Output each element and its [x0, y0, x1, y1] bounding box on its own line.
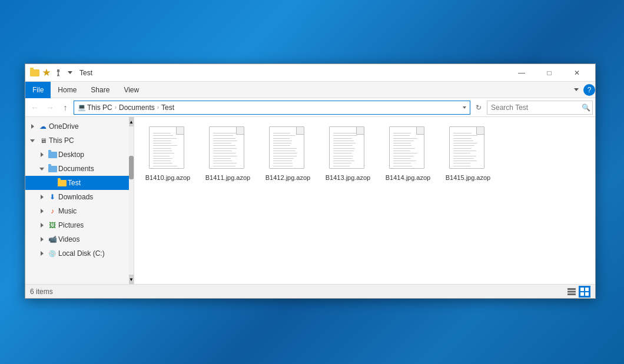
onedrive-expand-icon[interactable]	[28, 122, 37, 131]
refresh-button[interactable]: ↻	[472, 101, 486, 115]
maximize-button[interactable]: □	[536, 64, 563, 82]
test-folder-icon	[57, 178, 67, 188]
title-bar-icons	[30, 69, 75, 77]
local-disk-expand-icon[interactable]	[37, 249, 47, 258]
address-bar: ← → ↑ 💻 This PC › Documents › Test ↻ 🔍	[25, 98, 595, 117]
file-name: B1410.jpg.azop	[145, 173, 190, 182]
file-item[interactable]: B1410.jpg.azop	[141, 124, 194, 184]
path-test-label: Test	[161, 103, 174, 112]
sidebar-item-pictures[interactable]: 🖼 Pictures	[25, 218, 134, 232]
search-box[interactable]: 🔍	[487, 101, 593, 115]
up-button[interactable]: ↑	[58, 101, 72, 115]
details-view-button[interactable]	[566, 286, 577, 298]
videos-icon: 📹	[48, 235, 57, 244]
scroll-thumb[interactable]	[129, 156, 134, 179]
share-menu[interactable]: Share	[84, 82, 117, 98]
desktop-expand-icon[interactable]	[37, 150, 47, 159]
menu-bar: File Home Share View ?	[25, 82, 595, 98]
close-button[interactable]: ✕	[563, 64, 590, 82]
main-area: ▲ ▼ ☁ OneDrive 🖥 This PC	[25, 117, 595, 284]
home-menu[interactable]: Home	[51, 82, 84, 98]
sidebar-documents-label: Documents	[58, 165, 94, 173]
local-disk-icon: 💿	[48, 249, 57, 258]
sidebar-onedrive-label: OneDrive	[49, 122, 79, 131]
sidebar-item-music[interactable]: ♪ Music	[25, 204, 134, 218]
file-name: B1413.jpg.azop	[326, 173, 370, 182]
sidebar-item-this-pc[interactable]: 🖥 This PC	[25, 133, 134, 148]
file-thumb	[149, 126, 187, 171]
svg-rect-5	[580, 292, 584, 296]
title-bar: Test — □ ✕	[25, 64, 595, 82]
pictures-expand-icon[interactable]	[37, 221, 47, 230]
file-item[interactable]: B1412.jpg.azop	[261, 124, 314, 184]
search-input[interactable]	[491, 103, 579, 112]
test-expand-icon[interactable]	[47, 178, 56, 188]
documents-expand-icon[interactable]	[37, 164, 47, 173]
path-this-pc-label: This PC	[87, 103, 112, 112]
help-button[interactable]: ?	[583, 84, 595, 96]
path-sep-2: ›	[157, 104, 159, 111]
forward-button[interactable]: →	[43, 101, 57, 115]
file-thumb	[329, 126, 367, 171]
title-dropdown-arrow[interactable]	[65, 69, 75, 77]
file-name: B1411.jpg.azop	[205, 173, 250, 182]
view-menu[interactable]: View	[117, 82, 146, 98]
sidebar-item-downloads[interactable]: ⬇ Downloads	[25, 190, 134, 204]
file-thumb	[389, 126, 427, 171]
music-icon: ♪	[48, 206, 57, 216]
file-thumb	[209, 126, 247, 171]
svg-rect-6	[585, 292, 589, 296]
explorer-window: Test — □ ✕ File Home Share View ? ← → ↑ …	[25, 64, 596, 299]
item-count: 6 items	[30, 288, 53, 296]
sidebar-scrollbar[interactable]: ▲ ▼	[129, 117, 134, 284]
sidebar-pictures-label: Pictures	[58, 221, 84, 229]
sidebar-item-desktop[interactable]: Desktop	[25, 148, 134, 162]
music-expand-icon[interactable]	[37, 206, 47, 216]
address-path[interactable]: 💻 This PC › Documents › Test	[74, 101, 470, 115]
pictures-icon: 🖼	[48, 221, 57, 230]
path-documents-label: Documents	[119, 103, 155, 112]
downloads-expand-icon[interactable]	[37, 192, 47, 202]
file-item[interactable]: B1411.jpg.azop	[201, 124, 254, 184]
sidebar-music-label: Music	[58, 207, 77, 215]
onedrive-icon: ☁	[38, 122, 48, 131]
window-controls: — □ ✕	[508, 64, 590, 82]
scroll-up-btn[interactable]: ▲	[129, 117, 134, 126]
ribbon-collapse-icon[interactable]	[574, 88, 579, 91]
sidebar-item-videos[interactable]: 📹 Videos	[25, 232, 134, 246]
svg-rect-4	[585, 288, 589, 291]
minimize-button[interactable]: —	[508, 64, 535, 82]
documents-icon	[48, 164, 57, 173]
sidebar-this-pc-label: This PC	[49, 136, 74, 145]
folder-title-icon	[30, 69, 39, 77]
scroll-down-btn[interactable]: ▼	[129, 275, 134, 284]
file-item[interactable]: B1415.jpg.azop	[442, 124, 494, 184]
sidebar-item-local-disk[interactable]: 💿 Local Disk (C:)	[25, 246, 134, 261]
sidebar-item-test[interactable]: Test	[25, 176, 134, 190]
svg-rect-1	[567, 290, 576, 292]
path-documents[interactable]: Documents	[119, 103, 155, 112]
sidebar-local-disk-label: Local Disk (C:)	[58, 249, 105, 258]
file-name: B1414.jpg.azop	[386, 173, 430, 182]
window-title: Test	[79, 69, 508, 77]
doc-icon	[269, 126, 304, 169]
sidebar-item-onedrive[interactable]: ☁ OneDrive	[25, 119, 134, 133]
files-grid: B1410.jpg.azop B1411.jpg.azop B1412.jpg.…	[141, 124, 588, 184]
file-thumb	[449, 126, 487, 171]
file-item[interactable]: B1413.jpg.azop	[321, 124, 374, 184]
pin-icon	[54, 69, 63, 77]
path-this-pc[interactable]: 💻 This PC	[78, 103, 112, 112]
doc-icon	[389, 126, 424, 169]
path-test[interactable]: Test	[161, 103, 174, 112]
tiles-view-button[interactable]	[579, 286, 590, 298]
address-dropdown-icon[interactable]	[463, 106, 466, 109]
doc-icon	[209, 126, 244, 169]
back-button[interactable]: ←	[28, 101, 42, 115]
sidebar-item-documents[interactable]: Documents	[25, 162, 134, 176]
sidebar: ▲ ▼ ☁ OneDrive 🖥 This PC	[25, 117, 134, 284]
file-menu[interactable]: File	[25, 82, 51, 98]
this-pc-expand-icon[interactable]	[28, 136, 37, 145]
videos-expand-icon[interactable]	[37, 235, 47, 244]
search-icon[interactable]: 🔍	[582, 103, 590, 112]
file-item[interactable]: B1414.jpg.azop	[381, 124, 434, 184]
